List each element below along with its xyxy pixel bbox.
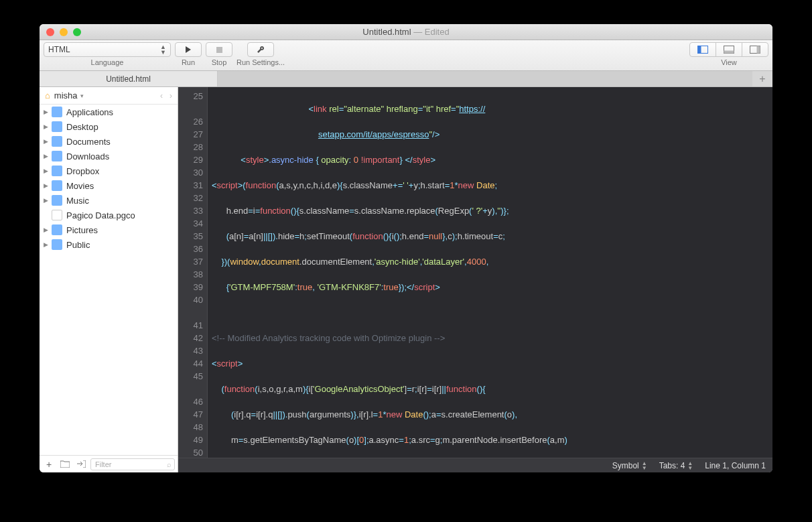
view-right-panel-button[interactable] [742,42,768,57]
view-label: View [721,58,737,66]
svg-rect-6 [757,46,760,54]
title-filename: Untitled.html [362,27,411,37]
cursor-position: Line 1, Column 1 [705,461,766,470]
file-list[interactable]: ▶Applications▶Desktop▶Documents▶Download… [40,105,178,455]
file-row[interactable]: Pagico Data.pgco [40,208,178,222]
file-row[interactable]: ▶Movies [40,178,178,193]
panel-right-icon [750,46,760,54]
filter-input[interactable]: Filter ⌕ [90,458,175,470]
file-row[interactable]: ▶Pictures [40,222,178,237]
line-gutter: 2526272829303132333435363738394041424344… [178,87,208,458]
breadcrumb-user: misha [54,90,78,101]
chevron-updown-icon: ▲▼ [160,44,166,55]
reveal-button[interactable] [74,458,88,471]
file-row[interactable]: ▶Public [40,237,178,252]
toolbar: HTML ▲▼ Language Run Stop [40,40,772,71]
disclosure-triangle-icon[interactable]: ▶ [44,153,52,159]
run-button[interactable] [175,42,202,57]
code-area[interactable]: <link rel="alternate" hreflang="it" href… [208,87,772,458]
path-breadcrumb[interactable]: ⌂ misha ▾ ‹ › [40,87,178,105]
folder-icon [52,180,62,191]
folder-icon [60,460,70,468]
stop-button[interactable] [206,42,232,57]
status-bar: Symbol ▲▼ Tabs: 4 ▲▼ Line 1, Column 1 [178,458,772,472]
folder-icon [52,166,62,176]
editor: 2526272829303132333435363738394041424344… [178,87,772,472]
run-settings-button[interactable] [247,42,274,57]
run-label: Run [182,58,195,66]
disclosure-triangle-icon[interactable]: ▶ [44,241,52,248]
chevron-updown-icon: ▲▼ [687,461,693,470]
folder-icon [52,224,62,235]
folder-icon [52,107,62,117]
file-row-label: Documents [66,137,111,147]
tab-spacer [218,71,752,86]
file-row[interactable]: ▶Applications [40,105,178,119]
file-row[interactable]: ▶Desktop [40,119,178,134]
svg-rect-0 [216,47,222,53]
nav-forward-button[interactable]: › [170,91,172,101]
run-group: Run [175,42,202,66]
stop-group: Stop [206,42,232,66]
editor-viewport: 2526272829303132333435363738394041424344… [178,87,772,458]
folder-icon [52,151,62,161]
sidebar-footer: + Filter ⌕ [40,455,178,472]
titlebar: Untitled.html — Edited [40,24,772,40]
new-tab-button[interactable]: + [752,71,772,86]
runsettings-label: Run Settings... [236,58,285,66]
stop-label: Stop [212,58,227,66]
window-title: Untitled.html — Edited [40,27,772,37]
file-tab-label: Untitled.html [106,74,151,84]
main-body: ⌂ misha ▾ ‹ › ▶Applications▶Desktop▶Docu… [40,87,772,472]
view-left-panel-button[interactable] [689,42,716,57]
search-icon: ⌕ [167,460,172,468]
file-row-label: Applications [66,107,113,117]
disclosure-triangle-icon[interactable]: ▶ [44,168,52,174]
view-group: View [689,42,768,66]
disclosure-triangle-icon[interactable]: ▶ [44,182,52,189]
folder-icon [52,195,62,206]
file-row[interactable]: ▶Documents [40,134,178,149]
tab-width-picker[interactable]: Tabs: 4 ▲▼ [659,461,693,470]
disclosure-triangle-icon[interactable]: ▶ [44,197,52,204]
wrench-icon [257,46,265,54]
symbol-picker[interactable]: Symbol ▲▼ [612,461,647,470]
panel-bottom-icon [724,46,734,54]
file-sidebar: ⌂ misha ▾ ‹ › ▶Applications▶Desktop▶Docu… [40,87,178,472]
file-row-label: Pagico Data.pgco [66,210,135,220]
nav-back-button[interactable]: ‹ [160,91,163,101]
play-icon [185,46,192,53]
tab-strip: Untitled.html + [40,71,772,87]
language-select[interactable]: HTML ▲▼ [44,42,171,57]
filter-placeholder: Filter [95,460,111,468]
file-row-label: Music [66,196,89,206]
file-row-label: Desktop [66,122,98,132]
disclosure-triangle-icon[interactable]: ▶ [44,109,52,115]
disclosure-triangle-icon[interactable]: ▶ [44,138,52,145]
add-file-button[interactable]: + [42,458,56,471]
file-row-label: Dropbox [66,166,99,176]
plus-icon: + [759,73,765,85]
file-tab[interactable]: Untitled.html [40,71,218,86]
language-value: HTML [48,45,70,54]
app-window: Untitled.html — Edited HTML ▲▼ Language … [40,24,772,472]
file-row[interactable]: ▶Downloads [40,149,178,164]
view-bottom-panel-button[interactable] [716,42,742,57]
runsettings-group: Run Settings... [236,42,285,66]
file-row-label: Movies [66,181,94,191]
panel-left-icon [697,46,708,54]
file-row[interactable]: ▶Music [40,193,178,208]
file-row[interactable]: ▶Dropbox [40,164,178,178]
folder-icon [52,121,62,132]
disclosure-triangle-icon[interactable]: ▶ [44,123,52,130]
new-folder-button[interactable] [58,458,72,471]
file-row-label: Downloads [66,151,109,161]
disclosure-triangle-icon[interactable]: ▶ [44,226,52,233]
file-row-label: Pictures [66,225,98,235]
chevron-down-icon: ▾ [80,92,84,99]
chevron-updown-icon: ▲▼ [642,461,647,470]
svg-rect-2 [698,46,701,54]
arrow-into-icon [77,460,86,468]
language-group: HTML ▲▼ Language [44,42,171,66]
folder-icon [52,239,62,250]
